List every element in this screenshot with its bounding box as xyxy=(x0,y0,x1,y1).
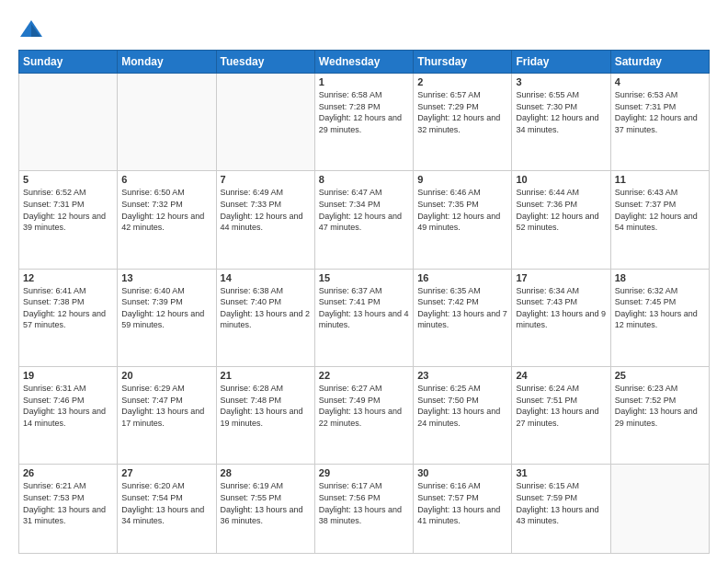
calendar-cell: 5Sunrise: 6:52 AM Sunset: 7:31 PM Daylig… xyxy=(19,171,118,269)
day-number: 13 xyxy=(121,272,211,283)
day-number: 31 xyxy=(516,467,606,478)
day-number: 29 xyxy=(319,467,409,478)
day-number: 5 xyxy=(23,174,113,185)
calendar-cell: 6Sunrise: 6:50 AM Sunset: 7:32 PM Daylig… xyxy=(118,171,216,269)
calendar-cell: 8Sunrise: 6:47 AM Sunset: 7:34 PM Daylig… xyxy=(314,171,413,269)
day-info: Sunrise: 6:44 AM Sunset: 7:36 PM Dayligh… xyxy=(516,187,606,233)
calendar-header-tuesday: Tuesday xyxy=(216,51,314,74)
day-number: 3 xyxy=(516,76,606,87)
calendar-cell: 27Sunrise: 6:20 AM Sunset: 7:54 PM Dayli… xyxy=(118,465,216,554)
day-number: 21 xyxy=(221,370,311,381)
day-number: 6 xyxy=(121,174,211,185)
calendar-cell: 14Sunrise: 6:38 AM Sunset: 7:40 PM Dayli… xyxy=(216,269,314,366)
calendar-cell: 24Sunrise: 6:24 AM Sunset: 7:51 PM Dayli… xyxy=(512,366,610,464)
calendar-header-wednesday: Wednesday xyxy=(314,51,413,74)
day-info: Sunrise: 6:34 AM Sunset: 7:43 PM Dayligh… xyxy=(516,285,606,331)
calendar-cell: 26Sunrise: 6:21 AM Sunset: 7:53 PM Dayli… xyxy=(19,465,118,554)
day-number: 30 xyxy=(417,467,507,478)
day-number: 11 xyxy=(615,174,705,185)
day-info: Sunrise: 6:37 AM Sunset: 7:41 PM Dayligh… xyxy=(319,285,409,331)
calendar-cell: 11Sunrise: 6:43 AM Sunset: 7:37 PM Dayli… xyxy=(610,171,709,269)
calendar-cell: 12Sunrise: 6:41 AM Sunset: 7:38 PM Dayli… xyxy=(19,269,118,366)
calendar-header-friday: Friday xyxy=(512,51,610,74)
calendar-cell xyxy=(610,465,709,554)
day-info: Sunrise: 6:57 AM Sunset: 7:29 PM Dayligh… xyxy=(417,89,507,135)
calendar-cell: 25Sunrise: 6:23 AM Sunset: 7:52 PM Dayli… xyxy=(610,366,709,464)
logo xyxy=(18,17,48,42)
day-info: Sunrise: 6:52 AM Sunset: 7:31 PM Dayligh… xyxy=(23,187,113,233)
day-info: Sunrise: 6:17 AM Sunset: 7:56 PM Dayligh… xyxy=(319,480,409,526)
page: SundayMondayTuesdayWednesdayThursdayFrid… xyxy=(0,0,728,563)
calendar-cell: 4Sunrise: 6:53 AM Sunset: 7:31 PM Daylig… xyxy=(610,74,709,171)
day-info: Sunrise: 6:43 AM Sunset: 7:37 PM Dayligh… xyxy=(615,187,705,233)
calendar-cell: 15Sunrise: 6:37 AM Sunset: 7:41 PM Dayli… xyxy=(314,269,413,366)
day-info: Sunrise: 6:49 AM Sunset: 7:33 PM Dayligh… xyxy=(221,187,311,233)
calendar-cell: 9Sunrise: 6:46 AM Sunset: 7:35 PM Daylig… xyxy=(414,171,512,269)
day-number: 26 xyxy=(23,467,113,478)
day-info: Sunrise: 6:47 AM Sunset: 7:34 PM Dayligh… xyxy=(319,187,409,233)
day-number: 25 xyxy=(615,370,705,381)
day-info: Sunrise: 6:53 AM Sunset: 7:31 PM Dayligh… xyxy=(615,89,705,135)
calendar-cell: 1Sunrise: 6:58 AM Sunset: 7:28 PM Daylig… xyxy=(314,74,413,171)
day-number: 9 xyxy=(417,174,507,185)
day-number: 12 xyxy=(23,272,113,283)
calendar-header-saturday: Saturday xyxy=(610,51,709,74)
day-number: 20 xyxy=(121,370,211,381)
calendar-week-2: 5Sunrise: 6:52 AM Sunset: 7:31 PM Daylig… xyxy=(19,171,710,269)
svg-marker-1 xyxy=(31,24,40,37)
day-number: 10 xyxy=(516,174,606,185)
day-info: Sunrise: 6:32 AM Sunset: 7:45 PM Dayligh… xyxy=(615,285,705,331)
calendar-cell: 23Sunrise: 6:25 AM Sunset: 7:50 PM Dayli… xyxy=(414,366,512,464)
day-info: Sunrise: 6:19 AM Sunset: 7:55 PM Dayligh… xyxy=(221,480,311,526)
day-number: 14 xyxy=(221,272,311,283)
day-number: 23 xyxy=(417,370,507,381)
header xyxy=(18,17,710,42)
calendar-cell: 21Sunrise: 6:28 AM Sunset: 7:48 PM Dayli… xyxy=(216,366,314,464)
day-info: Sunrise: 6:27 AM Sunset: 7:49 PM Dayligh… xyxy=(319,383,409,429)
calendar-week-1: 1Sunrise: 6:58 AM Sunset: 7:28 PM Daylig… xyxy=(19,74,710,171)
calendar-cell xyxy=(118,74,216,171)
day-info: Sunrise: 6:50 AM Sunset: 7:32 PM Dayligh… xyxy=(121,187,211,233)
calendar-cell: 10Sunrise: 6:44 AM Sunset: 7:36 PM Dayli… xyxy=(512,171,610,269)
day-info: Sunrise: 6:21 AM Sunset: 7:53 PM Dayligh… xyxy=(23,480,113,526)
day-number: 19 xyxy=(23,370,113,381)
calendar-cell xyxy=(216,74,314,171)
calendar-week-5: 26Sunrise: 6:21 AM Sunset: 7:53 PM Dayli… xyxy=(19,465,710,554)
calendar-cell: 19Sunrise: 6:31 AM Sunset: 7:46 PM Dayli… xyxy=(19,366,118,464)
day-number: 27 xyxy=(121,467,211,478)
day-info: Sunrise: 6:58 AM Sunset: 7:28 PM Dayligh… xyxy=(319,89,409,135)
calendar-header-thursday: Thursday xyxy=(414,51,512,74)
day-info: Sunrise: 6:25 AM Sunset: 7:50 PM Dayligh… xyxy=(417,383,507,429)
day-number: 16 xyxy=(417,272,507,283)
day-info: Sunrise: 6:35 AM Sunset: 7:42 PM Dayligh… xyxy=(417,285,507,331)
day-info: Sunrise: 6:29 AM Sunset: 7:47 PM Dayligh… xyxy=(121,383,211,429)
day-number: 28 xyxy=(221,467,311,478)
day-info: Sunrise: 6:23 AM Sunset: 7:52 PM Dayligh… xyxy=(615,383,705,429)
day-info: Sunrise: 6:15 AM Sunset: 7:59 PM Dayligh… xyxy=(516,480,606,526)
calendar-cell: 3Sunrise: 6:55 AM Sunset: 7:30 PM Daylig… xyxy=(512,74,610,171)
day-info: Sunrise: 6:38 AM Sunset: 7:40 PM Dayligh… xyxy=(221,285,311,331)
day-number: 18 xyxy=(615,272,705,283)
day-info: Sunrise: 6:41 AM Sunset: 7:38 PM Dayligh… xyxy=(23,285,113,331)
calendar-cell: 2Sunrise: 6:57 AM Sunset: 7:29 PM Daylig… xyxy=(414,74,512,171)
day-number: 15 xyxy=(319,272,409,283)
calendar-cell: 31Sunrise: 6:15 AM Sunset: 7:59 PM Dayli… xyxy=(512,465,610,554)
day-info: Sunrise: 6:16 AM Sunset: 7:57 PM Dayligh… xyxy=(417,480,507,526)
logo-icon xyxy=(18,17,44,42)
day-info: Sunrise: 6:28 AM Sunset: 7:48 PM Dayligh… xyxy=(221,383,311,429)
day-number: 2 xyxy=(417,76,507,87)
day-number: 8 xyxy=(319,174,409,185)
calendar-week-3: 12Sunrise: 6:41 AM Sunset: 7:38 PM Dayli… xyxy=(19,269,710,366)
day-number: 7 xyxy=(221,174,311,185)
day-number: 22 xyxy=(319,370,409,381)
calendar-cell: 16Sunrise: 6:35 AM Sunset: 7:42 PM Dayli… xyxy=(414,269,512,366)
calendar-cell: 20Sunrise: 6:29 AM Sunset: 7:47 PM Dayli… xyxy=(118,366,216,464)
calendar-cell xyxy=(19,74,118,171)
day-number: 1 xyxy=(319,76,409,87)
calendar-cell: 22Sunrise: 6:27 AM Sunset: 7:49 PM Dayli… xyxy=(314,366,413,464)
calendar-header-row: SundayMondayTuesdayWednesdayThursdayFrid… xyxy=(19,51,710,74)
day-info: Sunrise: 6:24 AM Sunset: 7:51 PM Dayligh… xyxy=(516,383,606,429)
day-info: Sunrise: 6:20 AM Sunset: 7:54 PM Dayligh… xyxy=(121,480,211,526)
calendar-header-monday: Monday xyxy=(118,51,216,74)
calendar-cell: 7Sunrise: 6:49 AM Sunset: 7:33 PM Daylig… xyxy=(216,171,314,269)
